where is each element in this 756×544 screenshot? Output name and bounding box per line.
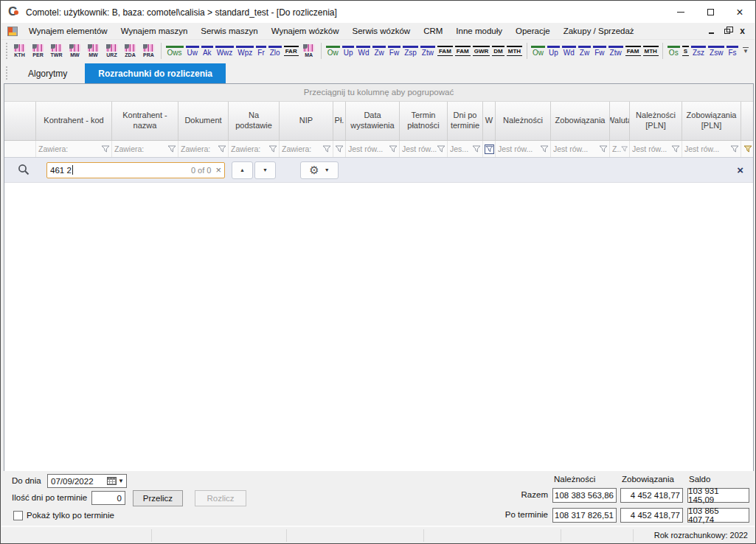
search-input[interactable]: 461 2 0 of 0 × (46, 162, 225, 178)
tab-inactive[interactable]: Algorytmy (10, 63, 85, 83)
mdi-restore-button[interactable] (719, 25, 735, 37)
maximize-button[interactable] (696, 1, 725, 23)
column-header[interactable]: Waluta (610, 102, 630, 140)
menu-item[interactable]: Serwis wózków (346, 24, 417, 38)
toolbar-button[interactable]: MW (66, 44, 84, 57)
toolbar-button[interactable]: S (682, 46, 689, 56)
column-header[interactable]: Należności [PLN] (630, 102, 682, 140)
toolbar-button[interactable]: FAR (284, 46, 299, 56)
filter-funnel-icon[interactable] (485, 145, 493, 153)
filter-cell[interactable]: Jes... (448, 141, 483, 157)
menu-item[interactable]: Wynajem maszyn (114, 24, 195, 38)
dni-po-terminie-input[interactable]: 0 (91, 491, 125, 505)
column-header[interactable]: Data wystawienia (346, 102, 400, 140)
column-header[interactable]: Pł. (333, 102, 346, 140)
menu-item[interactable]: Inne moduły (449, 24, 509, 38)
filter-cell[interactable]: Jest rów... (346, 141, 400, 157)
toolbar-button[interactable]: Ow (531, 46, 545, 57)
toolbar-button[interactable]: Wpz (236, 46, 254, 57)
column-header[interactable]: Zobowiązania (551, 102, 610, 140)
menu-item[interactable]: Wynajem elementów (22, 24, 114, 38)
rozlicz-button-disabled[interactable]: Rozlicz (195, 490, 246, 506)
search-options-button[interactable]: ⚙ ▼ (300, 161, 339, 179)
toolbar-button[interactable]: Up (547, 46, 560, 57)
close-button[interactable]: × (725, 1, 755, 23)
filter-check-icon[interactable] (485, 144, 494, 154)
column-header[interactable]: Dokument (178, 102, 229, 140)
toolbar-button[interactable]: Wwz (215, 46, 235, 57)
filter-funnel-icon[interactable] (322, 145, 331, 153)
toolbar-button[interactable]: KTH (11, 44, 29, 57)
filter-funnel-icon[interactable] (540, 145, 549, 153)
toolbar-button[interactable]: TWR (48, 44, 66, 57)
toolbar-button[interactable]: Wd (356, 46, 370, 57)
toolbar-button[interactable]: Os (667, 46, 680, 57)
filter-cell[interactable] (4, 141, 36, 157)
toolbar-button[interactable]: FAM (437, 46, 453, 56)
filter-funnel-icon[interactable] (335, 145, 344, 153)
search-clear-button[interactable]: × (215, 166, 221, 175)
column-header[interactable]: NIP (280, 102, 333, 140)
toolbar-button[interactable]: Fs (726, 46, 738, 57)
filter-funnel-icon[interactable] (437, 145, 445, 153)
filter-cell[interactable]: Zawiera: (280, 141, 333, 157)
menu-item[interactable]: Operacje (509, 24, 557, 38)
filter-funnel-icon[interactable] (167, 145, 176, 153)
filter-cell[interactable]: Zawiera: (178, 141, 229, 157)
toolbar-overflow-button[interactable]: ▼ (740, 47, 752, 55)
search-prev-button[interactable]: ▲ (232, 161, 253, 179)
toolbar-grip[interactable] (5, 43, 9, 59)
toolbar-button[interactable]: Zlo (268, 46, 282, 57)
column-header[interactable]: Dni po terminie (448, 102, 483, 140)
toolbar-button[interactable]: Zsz (691, 46, 706, 57)
column-header[interactable] (4, 102, 36, 140)
menu-item[interactable]: Zakupy / Sprzedaż (557, 24, 641, 38)
filter-funnel-icon[interactable] (621, 145, 628, 153)
toolbar-button[interactable]: ZDA (122, 44, 139, 57)
toolbar-button[interactable]: URZ (103, 44, 121, 57)
menu-item[interactable]: Serwis maszyn (194, 24, 264, 38)
search-next-button[interactable]: ▼ (254, 161, 276, 179)
column-header[interactable]: Termin płatności (400, 102, 448, 140)
toolbar-button[interactable]: Wd (562, 46, 576, 57)
filter-funnel-icon[interactable] (730, 145, 739, 153)
toolbar-button[interactable]: FAM (455, 46, 471, 56)
toolbar-button[interactable]: Zsw (708, 46, 724, 57)
przelicz-button[interactable]: Przelicz (133, 490, 183, 506)
chevron-down-icon[interactable]: ▼ (118, 478, 124, 484)
toolbar-button[interactable]: Ztw (608, 46, 623, 57)
toolbar-button[interactable]: Fw (388, 46, 400, 57)
filter-cell[interactable] (483, 141, 496, 157)
tabbar-grip[interactable] (5, 66, 9, 80)
toolbar-button[interactable]: Fr (256, 46, 266, 57)
filter-cell[interactable]: Zawiera: (36, 141, 112, 157)
menu-item[interactable]: Wynajem wózków (265, 24, 346, 38)
filter-cell[interactable]: Zawiera: (112, 141, 178, 157)
minimize-button[interactable] (666, 1, 696, 23)
filter-funnel-icon[interactable] (268, 145, 277, 153)
toolbar-button[interactable]: Ows (166, 46, 184, 57)
filter-funnel-icon[interactable] (472, 145, 481, 153)
tab-active[interactable]: Rozrachunki do rozliczenia (85, 63, 226, 83)
toolbar-button[interactable]: Fw (593, 46, 606, 57)
filter-funnel-icon[interactable] (218, 145, 226, 153)
column-header[interactable]: Kontrahent - kod (36, 102, 112, 140)
column-header[interactable]: Zobowiązania [PLN] (682, 102, 741, 140)
toolbar-button[interactable]: MTH (643, 46, 659, 56)
filter-cell[interactable]: Jest rów... (400, 141, 448, 157)
toolbar-button[interactable]: MTH (507, 46, 522, 56)
toolbar-button[interactable]: PER (30, 44, 47, 57)
toolbar-button[interactable]: Zw (372, 46, 385, 57)
toolbar-button[interactable]: Zw (578, 46, 591, 57)
toolbar-button[interactable]: Up (342, 46, 355, 57)
filter-cell[interactable]: Zawiera: (229, 141, 280, 157)
filter-cell[interactable]: Jest rów... (630, 141, 682, 157)
toolbar-button[interactable]: Ow (326, 46, 340, 57)
date-picker[interactable]: 07/09/2022 ▼ (47, 474, 127, 488)
toolbar-button[interactable]: GWR (473, 46, 490, 56)
filter-cell[interactable]: Jest rów... (682, 141, 741, 157)
toolbar-button[interactable]: MA (300, 44, 318, 57)
filter-funnel-icon[interactable] (671, 145, 680, 153)
toolbar-button[interactable]: PRA (140, 44, 158, 57)
filter-funnel-icon[interactable] (743, 145, 752, 153)
